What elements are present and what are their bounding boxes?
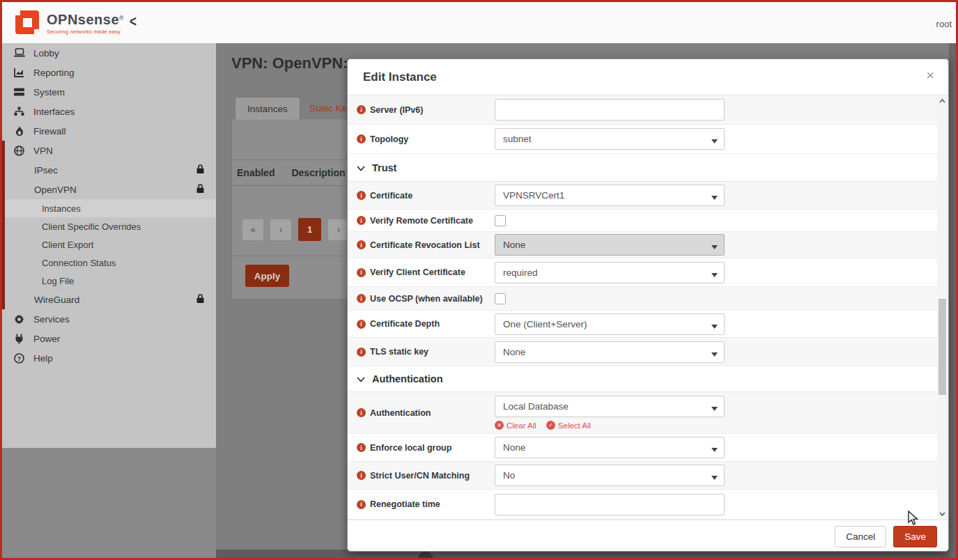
link-label: Clear All bbox=[507, 421, 536, 430]
info-icon[interactable]: i bbox=[357, 240, 366, 249]
field-row-certificate-revocation-list: iCertificate Revocation List None bbox=[348, 232, 937, 258]
renegotiate-time-input[interactable] bbox=[495, 494, 725, 515]
mouse-cursor bbox=[908, 511, 920, 529]
field-row-tls-static-key: iTLS static key None bbox=[348, 338, 937, 366]
field-row-server-ipv6: iServer (IPv6) bbox=[348, 95, 937, 125]
sidebar-item-power[interactable]: Power bbox=[2, 329, 216, 348]
sidebar-item-services[interactable]: Services bbox=[2, 309, 216, 329]
field-label: Verify Remote Certificate bbox=[370, 216, 473, 226]
section-title: Trust bbox=[372, 162, 396, 173]
field-label: Enforce local group bbox=[370, 443, 451, 453]
sidebar-item-openvpn[interactable]: OpenVPN bbox=[5, 180, 216, 199]
sidebar-item-client-specific-overrides[interactable]: Client Specific Overrides bbox=[5, 217, 216, 235]
info-icon[interactable]: i bbox=[357, 348, 366, 357]
modal-backdrop-right bbox=[949, 43, 956, 558]
scroll-down-icon[interactable] bbox=[938, 510, 946, 518]
sidebar-item-client-export[interactable]: Client Export bbox=[5, 235, 216, 254]
dialog-header: Edit Instance × bbox=[348, 59, 948, 95]
sidebar-item-instances[interactable]: Instances bbox=[5, 199, 216, 217]
certificate-revocation-list-select[interactable]: None bbox=[495, 234, 725, 256]
sidebar-item-label: OpenVPN bbox=[34, 185, 77, 195]
select-value: No bbox=[503, 470, 515, 481]
tls-static-key-select[interactable]: None bbox=[495, 341, 725, 363]
select-value: None bbox=[503, 240, 525, 250]
info-icon[interactable]: i bbox=[357, 294, 366, 303]
sidebar-item-ipsec[interactable]: IPsec bbox=[5, 160, 216, 180]
scroll-up-icon[interactable] bbox=[938, 97, 946, 105]
section-authentication[interactable]: Authentication bbox=[348, 366, 937, 392]
edit-instance-dialog: Edit Instance × iServer (IPv6) iTopology… bbox=[347, 59, 949, 552]
select-value: None bbox=[503, 442, 525, 453]
topology-select[interactable]: subnet bbox=[495, 128, 725, 150]
scrollbar-thumb[interactable] bbox=[938, 299, 946, 395]
certificate-depth-select[interactable]: One (Client+Server) bbox=[495, 313, 725, 335]
close-icon[interactable]: × bbox=[926, 68, 934, 82]
select-all-link[interactable]: ✓Select All bbox=[546, 421, 591, 430]
strict-user-cn-matching-select[interactable]: No bbox=[495, 465, 725, 486]
tab-label: Static Key bbox=[309, 103, 352, 114]
field-row-certificate: iCertificate VPNSRVCert1 bbox=[348, 182, 937, 210]
sidebar-item-label: Lobby bbox=[33, 48, 59, 59]
sidebar-item-interfaces[interactable]: Interfaces bbox=[2, 102, 216, 121]
info-icon[interactable]: i bbox=[357, 134, 366, 143]
info-icon[interactable]: i bbox=[357, 471, 366, 480]
info-icon[interactable]: i bbox=[357, 191, 366, 200]
sidebar-item-lobby[interactable]: Lobby bbox=[2, 43, 216, 63]
sidebar-item-log-file[interactable]: Log File bbox=[5, 272, 216, 290]
section-title: Authentication bbox=[372, 373, 443, 384]
sidebar-item-label: Reporting bbox=[33, 68, 75, 78]
dialog-scrollbar[interactable] bbox=[937, 95, 948, 520]
sidebar-item-system[interactable]: System bbox=[2, 82, 216, 102]
chevron-down-icon bbox=[711, 472, 718, 482]
pagination-first-button[interactable]: « bbox=[242, 219, 264, 241]
use-ocsp-checkbox[interactable] bbox=[495, 293, 506, 304]
logged-in-user[interactable]: root bbox=[936, 19, 952, 29]
link-label: Select All bbox=[558, 421, 591, 430]
sidebar-item-label: WireGuard bbox=[34, 295, 79, 305]
info-icon[interactable]: i bbox=[357, 408, 366, 417]
select-value: Local Database bbox=[503, 401, 569, 412]
info-icon[interactable]: i bbox=[357, 268, 366, 277]
info-icon[interactable]: i bbox=[357, 216, 366, 225]
authentication-select[interactable]: Local Database bbox=[495, 396, 725, 417]
field-label: Server (IPv6) bbox=[370, 105, 423, 115]
section-trust[interactable]: Trust bbox=[348, 154, 937, 182]
field-row-enforce-local-group: iEnforce local group None bbox=[348, 434, 937, 462]
info-icon[interactable]: i bbox=[357, 500, 366, 509]
field-label: Certificate bbox=[370, 191, 412, 201]
info-icon[interactable]: i bbox=[357, 443, 366, 452]
sidebar-item-wireguard[interactable]: WireGuard bbox=[5, 290, 216, 309]
verify-client-certificate-select[interactable]: required bbox=[495, 262, 725, 283]
tab-instances[interactable]: Instances bbox=[235, 97, 300, 120]
sidebar-item-reporting[interactable]: Reporting bbox=[2, 63, 216, 82]
info-icon[interactable]: i bbox=[357, 320, 366, 329]
enforce-local-group-select[interactable]: None bbox=[495, 437, 725, 458]
pagination-prev-button[interactable]: ‹ bbox=[270, 219, 292, 241]
sidebar-item-help[interactable]: ? Help bbox=[2, 348, 216, 368]
field-row-certificate-depth: iCertificate Depth One (Client+Server) bbox=[348, 311, 937, 338]
field-label: TLS static key bbox=[370, 347, 428, 357]
sitemap-icon bbox=[13, 106, 25, 118]
opnsense-logo-icon[interactable] bbox=[11, 7, 43, 42]
certificate-select[interactable]: VPNSRVCert1 bbox=[495, 185, 725, 206]
chevron-down-icon bbox=[711, 192, 718, 202]
pagination-page-1-button[interactable]: 1 bbox=[298, 217, 322, 242]
info-icon[interactable]: i bbox=[357, 105, 366, 114]
chevron-down-icon bbox=[711, 348, 718, 359]
verify-remote-certificate-checkbox[interactable] bbox=[495, 215, 506, 226]
select-value: One (Client+Server) bbox=[503, 319, 587, 329]
sidebar-item-label: VPN bbox=[33, 146, 53, 156]
cancel-button[interactable]: Cancel bbox=[835, 526, 886, 547]
apply-button[interactable]: Apply bbox=[245, 265, 289, 287]
chevron-down-icon bbox=[711, 135, 718, 146]
sidebar-item-vpn[interactable]: VPN bbox=[5, 141, 216, 160]
sidebar-group-vpn: VPN IPsec OpenVPN Instances Client Speci… bbox=[2, 141, 216, 309]
save-button[interactable]: Save bbox=[893, 526, 937, 547]
server-ipv6-input[interactable] bbox=[495, 99, 725, 120]
sidebar-item-connection-status[interactable]: Connection Status bbox=[5, 254, 216, 272]
clear-all-link[interactable]: ✕Clear All bbox=[495, 421, 536, 430]
sidebar-item-firewall[interactable]: Firewall bbox=[2, 121, 216, 141]
sidebar-collapse-icon[interactable]: < bbox=[130, 13, 137, 31]
field-label: Topology bbox=[370, 134, 408, 144]
chevron-down-icon bbox=[357, 162, 365, 174]
